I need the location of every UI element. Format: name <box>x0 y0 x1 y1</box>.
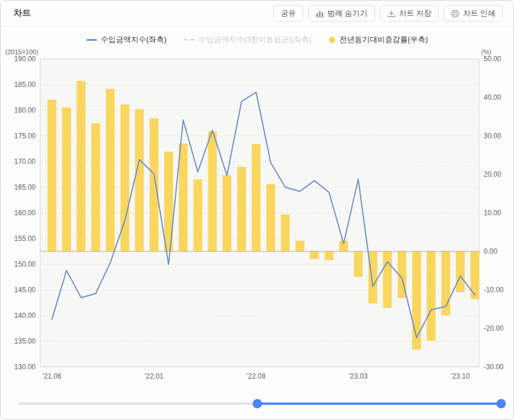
left-axis-tick: 130.00 <box>14 363 36 371</box>
left-axis-tick: 135.00 <box>14 337 36 345</box>
slider-handle-right[interactable] <box>496 399 506 408</box>
bar[interactable] <box>135 109 144 251</box>
chart-canvas[interactable]: (2015=100)(%)190.00185.00180.00175.00170… <box>1 1 514 395</box>
bar[interactable] <box>267 184 275 252</box>
bar[interactable] <box>77 81 86 251</box>
left-axis-tick: 170.00 <box>14 158 36 166</box>
x-axis-tick: '22.01 <box>145 372 164 380</box>
left-axis-tick: 175.00 <box>14 132 36 140</box>
left-axis-tick: 160.00 <box>14 209 36 217</box>
bar[interactable] <box>369 251 377 303</box>
left-axis-tick: 140.00 <box>14 312 36 320</box>
x-axis-tick: '22.08 <box>247 372 266 380</box>
bar[interactable] <box>325 251 334 260</box>
left-axis-tick: 165.00 <box>14 183 36 191</box>
right-axis-tick: 10.00 <box>484 209 501 217</box>
bar[interactable] <box>252 144 261 251</box>
bar[interactable] <box>412 251 421 349</box>
left-axis-tick: 180.00 <box>14 106 36 114</box>
left-axis-tick: 145.00 <box>14 286 36 294</box>
right-axis-tick: 30.00 <box>484 132 501 140</box>
slider-handle-left[interactable] <box>253 399 262 408</box>
left-axis-tick: 155.00 <box>14 235 36 243</box>
right-axis-tick: -10.00 <box>484 286 503 294</box>
bar[interactable] <box>354 251 363 277</box>
bar[interactable] <box>427 251 436 341</box>
bar[interactable] <box>281 215 290 251</box>
right-axis-tick: 20.00 <box>484 170 501 178</box>
bar[interactable] <box>194 180 202 251</box>
right-axis-tick: 40.00 <box>484 93 501 102</box>
bar[interactable] <box>237 167 246 251</box>
bar[interactable] <box>383 251 392 308</box>
right-axis-tick: 50.00 <box>484 55 501 63</box>
bar[interactable] <box>296 241 305 251</box>
right-axis-tick: -20.00 <box>484 324 503 332</box>
x-axis-tick: '23.10 <box>451 372 470 380</box>
range-slider <box>1 395 514 412</box>
left-axis-tick: 150.00 <box>14 260 36 268</box>
left-axis-tick: 185.00 <box>14 80 36 89</box>
chart-panel: 차트 공유 범례 숨기기 <box>0 0 514 420</box>
bar[interactable] <box>179 144 188 251</box>
bar[interactable] <box>48 100 57 251</box>
right-axis-tick: 0.00 <box>484 247 498 256</box>
bar[interactable] <box>456 251 465 292</box>
bar[interactable] <box>223 175 232 251</box>
bar[interactable] <box>150 118 159 251</box>
x-axis-tick: '21.06 <box>43 372 62 380</box>
bar[interactable] <box>208 131 217 251</box>
x-axis-tick: '23.03 <box>349 372 368 380</box>
right-axis-tick: -30.00 <box>484 363 503 371</box>
left-axis-tick: 190.00 <box>14 55 36 63</box>
bar[interactable] <box>106 89 115 251</box>
bar[interactable] <box>62 107 71 251</box>
bar[interactable] <box>92 123 100 251</box>
slider-selected-range[interactable] <box>257 402 501 405</box>
bar[interactable] <box>310 251 319 259</box>
